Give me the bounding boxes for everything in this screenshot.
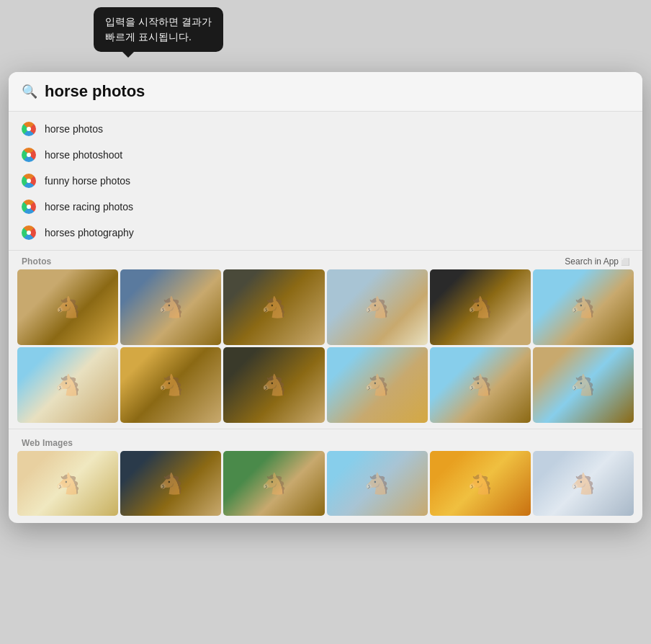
photo-cell-12[interactable] bbox=[533, 347, 634, 423]
web-photo-cell-3[interactable] bbox=[223, 451, 324, 516]
suggestion-item-2[interactable]: horse photoshoot bbox=[9, 142, 642, 168]
web-images-section-header: Web Images bbox=[9, 432, 642, 451]
photo-cell-11[interactable] bbox=[430, 347, 531, 423]
photo-cell-9[interactable] bbox=[223, 347, 324, 423]
photo-cell-5[interactable] bbox=[430, 269, 531, 345]
photo-cell-4[interactable] bbox=[327, 269, 428, 345]
suggestions-list: horse photos horse photoshoot funny hors… bbox=[9, 112, 642, 251]
photo-cell-3[interactable] bbox=[223, 269, 324, 345]
safari-icon-4 bbox=[22, 200, 36, 214]
suggestion-item-5[interactable]: horses photography bbox=[9, 220, 642, 246]
search-icon: 🔍 bbox=[22, 84, 37, 99]
photo-cell-7[interactable] bbox=[17, 347, 118, 423]
web-photo-cell-5[interactable] bbox=[430, 451, 531, 516]
photo-cell-2[interactable] bbox=[120, 269, 221, 345]
suggestion-item-3[interactable]: funny horse photos bbox=[9, 168, 642, 194]
suggestion-item-1[interactable]: horse photos bbox=[9, 116, 642, 142]
safari-icon-2 bbox=[22, 148, 36, 162]
tooltip-bubble: 입력을 시작하면 결과가 빠르게 표시됩니다. bbox=[94, 7, 223, 52]
suggestion-label-2: horse photoshoot bbox=[45, 149, 122, 161]
photo-cell-8[interactable] bbox=[120, 347, 221, 423]
suggestion-label-3: funny horse photos bbox=[45, 175, 130, 187]
suggestion-label-4: horse racing photos bbox=[45, 201, 133, 213]
tooltip-line2: 빠르게 표시됩니다. bbox=[105, 31, 192, 43]
photo-cell-6[interactable] bbox=[533, 269, 634, 345]
web-images-grid bbox=[9, 451, 642, 523]
tooltip-line1: 입력을 시작하면 결과가 bbox=[105, 16, 212, 27]
search-panel: 🔍 horse photos horse photos horse photos… bbox=[9, 72, 642, 523]
web-photo-cell-2[interactable] bbox=[120, 451, 221, 516]
safari-icon-1 bbox=[22, 122, 36, 136]
search-in-app-button[interactable]: Search in App ⬜ bbox=[565, 256, 629, 267]
web-images-section-title: Web Images bbox=[22, 438, 73, 448]
safari-icon-3 bbox=[22, 174, 36, 188]
photos-section-title: Photos bbox=[22, 256, 51, 267]
suggestion-item-4[interactable]: horse racing photos bbox=[9, 194, 642, 220]
web-photo-cell-6[interactable] bbox=[533, 451, 634, 516]
photo-cell-10[interactable] bbox=[327, 347, 428, 423]
search-in-app-arrow-icon: ⬜ bbox=[621, 258, 629, 266]
photos-grid bbox=[9, 269, 642, 429]
web-photo-cell-1[interactable] bbox=[17, 451, 118, 516]
web-images-section: Web Images bbox=[9, 429, 642, 523]
photos-section-header: Photos Search in App ⬜ bbox=[9, 251, 642, 269]
search-input-display[interactable]: horse photos bbox=[45, 82, 629, 101]
search-in-app-label: Search in App bbox=[565, 256, 619, 267]
suggestion-label-1: horse photos bbox=[45, 123, 103, 135]
search-bar: 🔍 horse photos bbox=[9, 72, 642, 112]
web-photo-cell-4[interactable] bbox=[327, 451, 428, 516]
safari-icon-5 bbox=[22, 225, 36, 240]
photo-cell-1[interactable] bbox=[17, 269, 118, 345]
suggestion-label-5: horses photography bbox=[45, 227, 134, 238]
